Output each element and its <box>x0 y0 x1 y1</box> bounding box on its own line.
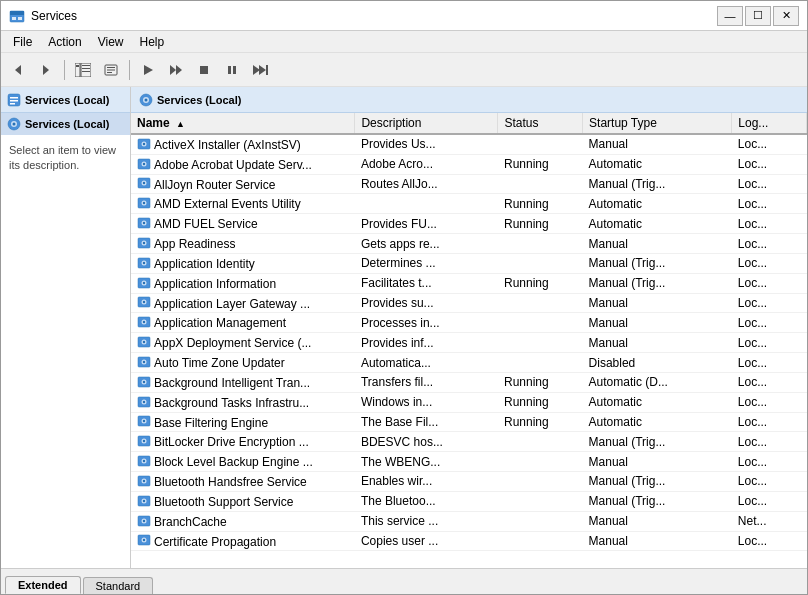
tab-extended[interactable]: Extended <box>5 576 81 594</box>
tab-standard[interactable]: Standard <box>83 577 154 594</box>
service-status <box>498 491 583 511</box>
table-row[interactable]: App ReadinessGets apps re...ManualLoc... <box>131 234 807 254</box>
svg-marker-17 <box>170 65 176 75</box>
services-local-tree-item[interactable]: Services (Local) <box>1 113 130 135</box>
service-status <box>498 452 583 472</box>
service-row-icon <box>137 355 151 369</box>
title-bar-left: Services <box>9 8 77 24</box>
properties-button[interactable] <box>98 57 124 83</box>
svg-point-43 <box>143 182 145 184</box>
table-row[interactable]: ActiveX Installer (AxInstSV)Provides Us.… <box>131 134 807 154</box>
service-startup-type: Automatic <box>583 154 732 174</box>
minimize-button[interactable]: — <box>717 6 743 26</box>
service-startup-type: Disabled <box>583 353 732 373</box>
table-row[interactable]: Certificate PropagationCopies user ...Ma… <box>131 531 807 551</box>
service-name: ActiveX Installer (AxInstSV) <box>154 138 301 152</box>
service-row-icon <box>137 514 151 528</box>
svg-point-91 <box>143 500 145 502</box>
service-status: Running <box>498 392 583 412</box>
col-description[interactable]: Description <box>355 113 498 134</box>
bottom-tabs: Extended Standard <box>1 568 807 594</box>
svg-rect-1 <box>10 11 24 15</box>
right-panel: Services (Local) Name ▲ Description Stat… <box>131 87 807 568</box>
service-name: Application Management <box>154 316 286 330</box>
forward-button[interactable] <box>33 57 59 83</box>
table-row[interactable]: BranchCacheThis service ...ManualNet... <box>131 511 807 531</box>
menu-action[interactable]: Action <box>40 33 89 51</box>
service-name: AMD External Events Utility <box>154 197 301 211</box>
table-row[interactable]: Bluetooth Handsfree ServiceEnables wir..… <box>131 472 807 492</box>
service-name: Application Information <box>154 277 276 291</box>
svg-point-79 <box>143 420 145 422</box>
service-name: Block Level Backup Engine ... <box>154 455 313 469</box>
services-table-container[interactable]: Name ▲ Description Status Startup Type L… <box>131 113 807 568</box>
table-row[interactable]: AllJoyn Router ServiceRoutes AllJo...Man… <box>131 174 807 194</box>
col-startup[interactable]: Startup Type <box>583 113 732 134</box>
start-service-button[interactable] <box>135 57 161 83</box>
table-row[interactable]: Bluetooth Support ServiceThe Bluetoo...M… <box>131 491 807 511</box>
svg-point-97 <box>143 539 145 541</box>
col-status[interactable]: Status <box>498 113 583 134</box>
service-logon: Loc... <box>732 253 807 273</box>
close-button[interactable]: ✕ <box>773 6 799 26</box>
service-name: Base Filtering Engine <box>154 415 268 429</box>
service-row-icon <box>137 434 151 448</box>
svg-point-88 <box>143 480 145 482</box>
pause-service-button[interactable] <box>219 57 245 83</box>
table-row[interactable]: Application InformationFacilitates t...R… <box>131 273 807 293</box>
service-row-icon <box>137 533 151 547</box>
service-startup-type: Manual <box>583 333 732 353</box>
service-startup-type: Manual (Trig... <box>583 253 732 273</box>
service-name: BitLocker Drive Encryption ... <box>154 435 309 449</box>
svg-marker-16 <box>144 65 153 75</box>
service-status <box>498 432 583 452</box>
col-logon[interactable]: Log... <box>732 113 807 134</box>
svg-point-58 <box>143 281 145 283</box>
table-row[interactable]: AMD FUEL ServiceProvides FU...RunningAut… <box>131 214 807 234</box>
svg-marker-22 <box>253 65 260 75</box>
service-row-icon <box>137 494 151 508</box>
table-row[interactable]: Adobe Acrobat Update Serv...Adobe Acro..… <box>131 154 807 174</box>
maximize-button[interactable]: ☐ <box>745 6 771 26</box>
table-row[interactable]: AppX Deployment Service (...Provides inf… <box>131 333 807 353</box>
menu-file[interactable]: File <box>5 33 40 51</box>
table-row[interactable]: AMD External Events UtilityRunningAutoma… <box>131 194 807 214</box>
table-row[interactable]: Application IdentityDetermines ...Manual… <box>131 253 807 273</box>
back-button[interactable] <box>5 57 31 83</box>
service-startup-type: Manual <box>583 313 732 333</box>
stop-service-button[interactable] <box>191 57 217 83</box>
table-row[interactable]: BitLocker Drive Encryption ...BDESVC hos… <box>131 432 807 452</box>
toolbar <box>1 53 807 87</box>
svg-rect-20 <box>228 66 231 74</box>
svg-point-94 <box>143 519 145 521</box>
resume-service-button[interactable] <box>247 57 273 83</box>
menu-help[interactable]: Help <box>132 33 173 51</box>
service-row-icon <box>137 454 151 468</box>
service-description: Enables wir... <box>355 472 498 492</box>
table-row[interactable]: Auto Time Zone UpdaterAutomatica...Disab… <box>131 353 807 373</box>
table-row[interactable]: Base Filtering EngineThe Base Fil...Runn… <box>131 412 807 432</box>
svg-point-73 <box>143 381 145 383</box>
services-table: Name ▲ Description Status Startup Type L… <box>131 113 807 551</box>
start2-service-button[interactable] <box>163 57 189 83</box>
svg-point-61 <box>143 301 145 303</box>
service-startup-type: Automatic <box>583 194 732 214</box>
service-status: Running <box>498 273 583 293</box>
service-logon: Loc... <box>732 333 807 353</box>
service-startup-type: Manual (Trig... <box>583 174 732 194</box>
svg-rect-14 <box>107 69 115 70</box>
table-row[interactable]: Background Intelligent Tran...Transfers … <box>131 372 807 392</box>
svg-rect-24 <box>266 65 268 75</box>
service-startup-type: Manual <box>583 234 732 254</box>
service-name: Adobe Acrobat Update Serv... <box>154 158 312 172</box>
left-panel-title: Services (Local) <box>25 94 109 106</box>
table-row[interactable]: Application ManagementProcesses in...Man… <box>131 313 807 333</box>
svg-point-31 <box>13 123 16 126</box>
table-row[interactable]: Block Level Backup Engine ...The WBENG..… <box>131 452 807 472</box>
table-row[interactable]: Background Tasks Infrastru...Windows in.… <box>131 392 807 412</box>
table-row[interactable]: Application Layer Gateway ...Provides su… <box>131 293 807 313</box>
show-hide-button[interactable] <box>70 57 96 83</box>
menu-view[interactable]: View <box>90 33 132 51</box>
window-controls: — ☐ ✕ <box>717 6 799 26</box>
col-name[interactable]: Name ▲ <box>131 113 355 134</box>
